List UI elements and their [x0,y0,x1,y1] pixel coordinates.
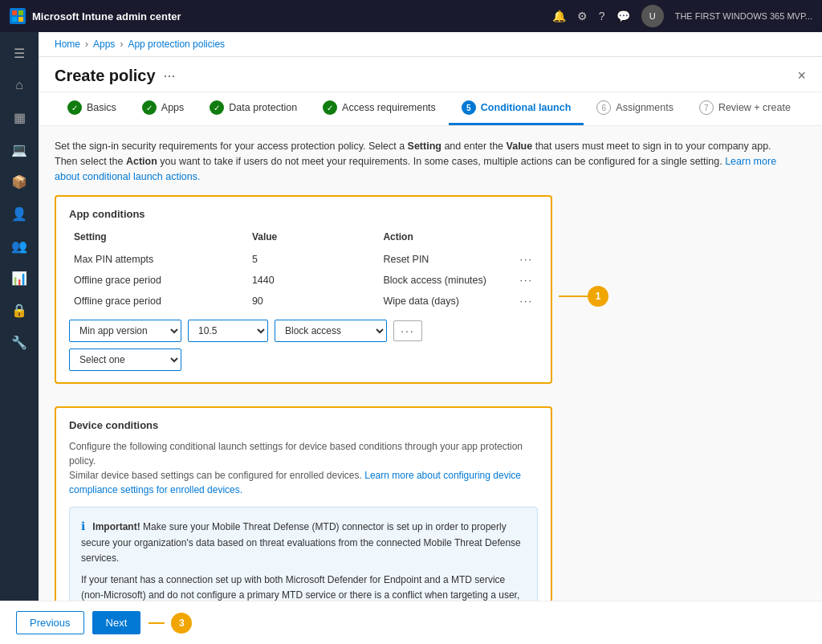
tab-num-cl: 5 [462,100,476,115]
cell-setting: Max PIN attempts [69,249,247,270]
page-header: Create policy ··· × [39,57,822,92]
sidebar: ☰ ⌂ ▦ 💻 📦 👤 👥 📊 🔒 🔧 [0,32,39,601]
table-row: Max PIN attempts 5 Reset PIN ··· [69,249,538,270]
cell-action: Reset PIN [378,249,510,270]
info-box-header: ℹ Important! Make sure your Mobile Threa… [81,517,526,566]
arrow-1: 1 [559,286,608,307]
cell-action: Block access (minutes) [378,270,510,291]
cell-setting: Offline grace period [69,270,247,291]
tab-label-ar: Access requirements [342,102,436,113]
svg-rect-1 [18,10,23,15]
tab-label-basics: Basics [87,102,116,113]
device-conditions-title: Device conditions [69,419,538,431]
app-name: Microsoft Intune admin center [32,10,181,22]
info-title: Important! [92,521,140,532]
cell-value: 1440 [247,270,379,291]
row-options-button[interactable]: ··· [510,270,538,291]
tab-apps[interactable]: ✓ Apps [129,92,197,125]
close-button[interactable]: × [797,67,806,84]
table-row: Offline grace period 1440 Block access (… [69,270,538,291]
app-form-options-button[interactable]: ··· [393,320,422,341]
settings-icon[interactable]: ⚙ [577,10,588,22]
tab-num-rc: 7 [699,100,714,115]
table-row: Offline grace period 90 Wipe data (days)… [69,291,538,312]
sidebar-dashboard-icon[interactable]: ▦ [3,103,35,132]
breadcrumb-sep-1: › [85,39,88,50]
enrolled-link[interactable]: Learn more about configuring device comp… [69,470,521,495]
app-select-one-row: Select one [69,348,538,371]
sidebar-menu-icon[interactable]: ☰ [3,39,35,67]
sidebar-groups-icon[interactable]: 👥 [3,231,35,260]
page-title-options[interactable]: ··· [164,67,176,84]
next-arrow-indicator: 3 [149,613,192,634]
sidebar-home-icon[interactable]: ⌂ [3,71,35,100]
breadcrumb-sep-2: › [120,39,123,50]
arrow-circle-3: 3 [171,613,192,634]
cell-value: 5 [247,249,379,270]
breadcrumb-policies[interactable]: App protection policies [128,39,225,50]
bottom-bar: Previous Next 3 [0,601,822,644]
svg-rect-3 [18,17,23,22]
col-header-action-app: Action [378,228,510,249]
col-header-setting-app: Setting [69,228,247,249]
sidebar-reports-icon[interactable]: 📊 [3,263,35,292]
app-conditions-table: Setting Value Action Max PIN attempts 5 … [69,228,538,312]
bell-icon[interactable]: 🔔 [552,10,566,22]
content-area: Set the sign-in security requirements fo… [39,126,822,601]
topbar-icons: 🔔 ⚙ ? 💬 U THE FIRST WINDOWS 365 MVP... [552,5,812,27]
help-icon[interactable]: ? [599,10,605,22]
topbar: Microsoft Intune admin center 🔔 ⚙ ? 💬 U … [0,0,822,32]
breadcrumb: Home › Apps › App protection policies [39,32,822,57]
logo-icon [10,8,26,24]
row-options-button[interactable]: ··· [510,249,538,270]
sidebar-security-icon[interactable]: 🔒 [3,296,35,324]
tab-label-rc: Review + create [718,102,791,113]
sidebar-users-icon[interactable]: 👤 [3,199,35,228]
breadcrumb-apps[interactable]: Apps [93,39,115,50]
col-header-value-app: Value [247,228,379,249]
tab-check-ar: ✓ [323,100,337,115]
tab-data-protection[interactable]: ✓ Data protection [197,92,310,125]
info-text-secondary: If your tenant has a connection set up w… [81,573,526,601]
arrow-circle-1: 1 [588,286,608,307]
app-conditions-form-row: Min app version 10.5 Block access ··· [69,320,538,342]
tab-basics[interactable]: ✓ Basics [55,92,129,125]
tab-check-apps: ✓ [142,100,157,115]
tab-num-asgn: 6 [596,100,611,115]
app-action-select[interactable]: Block access [275,320,387,342]
next-button[interactable]: Next [92,611,141,634]
sidebar-tools-icon[interactable]: 🔧 [3,328,35,357]
svg-rect-0 [12,10,17,15]
info-icon: ℹ [81,520,85,532]
tab-check-basics: ✓ [67,100,82,115]
tab-label-apps: Apps [161,102,185,113]
page-title: Create policy [55,67,156,85]
tab-access-requirements[interactable]: ✓ Access requirements [310,92,449,125]
app-value-select[interactable]: 10.5 [188,320,268,342]
user-label: THE FIRST WINDOWS 365 MVP... [675,11,812,21]
sidebar-devices-icon[interactable]: 💻 [3,135,35,164]
tab-label-dp: Data protection [229,102,297,113]
app-setting-select[interactable]: Min app version [69,320,181,342]
tab-assignments[interactable]: 6 Assignments [584,92,686,125]
app-conditions-section: App conditions Setting Value Action [55,195,552,384]
feedback-icon[interactable]: 💬 [616,10,630,22]
avatar[interactable]: U [641,5,664,27]
previous-button[interactable]: Previous [16,611,84,634]
layout: ☰ ⌂ ▦ 💻 📦 👤 👥 📊 🔒 🔧 Home › Apps › App pr… [0,32,822,601]
cell-value: 90 [247,291,379,312]
arrow-line-1 [559,296,588,297]
page-description: Set the sign-in security requirements fo… [55,139,777,184]
row-options-button[interactable]: ··· [510,291,538,312]
app-select-one[interactable]: Select one [69,348,181,371]
description-link[interactable]: Learn more about conditional launch acti… [55,156,776,182]
device-conditions-desc: Configure the following conditional laun… [69,439,538,497]
sidebar-apps-icon[interactable]: 📦 [3,167,35,196]
tab-conditional-launch[interactable]: 5 Conditional launch [449,92,584,125]
tab-review-create[interactable]: 7 Review + create [686,92,804,125]
app-logo: Microsoft Intune admin center [10,8,181,24]
info-text-main: Make sure your Mobile Threat Defense (MT… [81,521,521,564]
device-conditions-section: Device conditions Configure the followin… [55,406,552,601]
info-box: ℹ Important! Make sure your Mobile Threa… [69,507,538,601]
breadcrumb-home[interactable]: Home [55,39,80,50]
